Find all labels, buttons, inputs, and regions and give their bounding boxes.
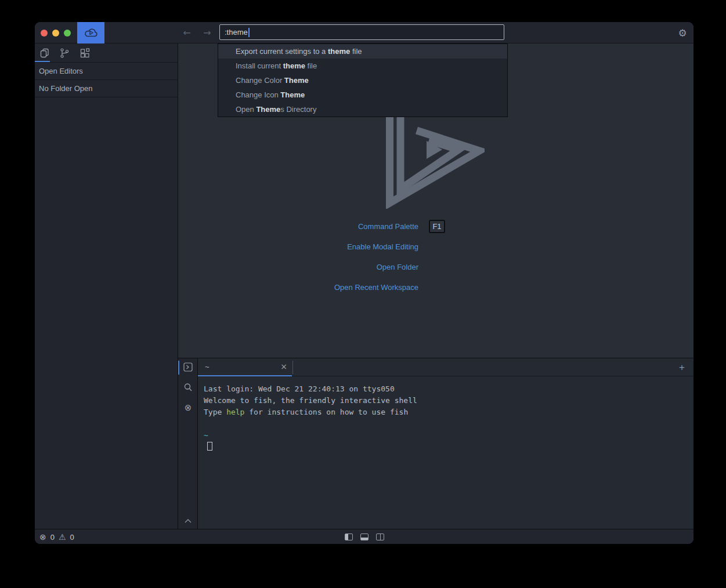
problems-panel-icon[interactable]: ⊗ [178, 399, 198, 416]
f1-key-badge: F1 [429, 220, 445, 233]
panel-toggle-group [35, 529, 694, 544]
files-icon [40, 48, 50, 58]
palette-item-install-theme[interactable]: Install current theme file [218, 59, 507, 73]
tab-plugins[interactable] [75, 43, 95, 63]
palette-item-open-themes-directory[interactable]: Open Themes Directory [218, 102, 507, 117]
command-palette-input[interactable]: :theme [219, 24, 504, 40]
collapse-panel-chevron-icon[interactable] [178, 512, 198, 529]
terminal-output[interactable]: Last login: Wed Dec 21 22:40:13 on ttys0… [204, 383, 417, 453]
welcome-links: Command Palette Enable Modal Editing Ope… [178, 216, 418, 297]
lapce-logo [385, 104, 485, 209]
warning-count: 0 [70, 533, 74, 542]
close-terminal-tab-icon[interactable]: × [280, 358, 287, 375]
left-panel-fill [345, 534, 348, 540]
zoom-window-button[interactable] [64, 30, 71, 37]
search-panel-icon[interactable] [178, 379, 198, 396]
toggle-right-panel-icon[interactable] [376, 533, 384, 540]
tab-file-explorer[interactable] [35, 43, 55, 63]
open-editors-section[interactable]: Open Editors [35, 63, 178, 80]
error-circle-icon: ⊗ [39, 532, 46, 542]
terminal-line [204, 418, 417, 430]
terminal-prompt-line [204, 441, 417, 453]
no-folder-open-section[interactable]: No Folder Open [35, 80, 178, 97]
right-panel-divider [380, 534, 381, 540]
open-folder-link[interactable]: Open Folder [178, 257, 418, 277]
new-terminal-button[interactable]: + [676, 358, 688, 376]
close-window-button[interactable] [41, 30, 48, 37]
extensions-grid-icon [80, 48, 90, 58]
active-terminal-tab-indicator [198, 375, 292, 376]
command-palette-link[interactable]: Command Palette [178, 216, 418, 237]
terminal-panel: ⊗ ~ × + Last login: Wed Dec 21 22:40:13 … [178, 358, 694, 529]
palette-item-export-theme[interactable]: Export current settings to a theme file [218, 44, 507, 59]
terminal-tab-title: ~ [205, 358, 210, 375]
terminal-line: Type help for instructions on how to use… [204, 406, 417, 418]
terminal-tab-bar: ~ × + [198, 358, 694, 376]
terminal-panel-icon[interactable] [178, 358, 198, 376]
bottom-panel-fill [361, 538, 368, 540]
cloud-play-icon [83, 27, 99, 39]
terminal-line: Last login: Wed Dec 21 22:40:13 on ttys0… [204, 383, 417, 395]
sidebar-tab-bar [35, 43, 178, 63]
source-control-branch-icon [60, 48, 69, 58]
command-palette-dropdown: Export current settings to a theme file … [218, 43, 508, 117]
tab-divider [292, 361, 293, 374]
remote-connection-button[interactable] [77, 22, 104, 43]
tab-source-control[interactable] [55, 43, 74, 63]
sidebar: Open Editors No Folder Open [35, 43, 178, 529]
active-tab-indicator [35, 61, 50, 62]
status-bar: ⊗ 0 ⚠ 0 [35, 529, 694, 544]
enable-modal-editing-link[interactable]: Enable Modal Editing [178, 237, 418, 257]
problems-status[interactable]: ⊗ 0 ⚠ 0 [39, 529, 74, 544]
app-window: ← → :theme ⚙ Export current settings to … [35, 22, 694, 544]
warning-triangle-icon: ⚠ [59, 532, 66, 542]
settings-gear-icon[interactable]: ⚙ [676, 22, 689, 43]
terminal-tab[interactable]: ~ × [198, 358, 292, 376]
titlebar: ← → :theme ⚙ [35, 22, 694, 43]
palette-item-change-color-theme[interactable]: Change Color Theme [218, 73, 507, 88]
back-arrow-button[interactable]: ← [180, 22, 194, 43]
terminal-cwd: ~ [204, 430, 417, 441]
palette-input-value: :theme [225, 28, 248, 37]
forward-arrow-button[interactable]: → [200, 22, 214, 43]
open-recent-workspace-link[interactable]: Open Recent Workspace [178, 277, 418, 297]
text-caret [248, 28, 250, 37]
toggle-bottom-panel-icon[interactable] [360, 533, 369, 540]
palette-item-change-icon-theme[interactable]: Change Icon Theme [218, 88, 507, 102]
minimize-window-button[interactable] [52, 30, 59, 37]
terminal-cursor [207, 442, 212, 451]
terminal-line: Welcome to fish, the friendly interactiv… [204, 395, 417, 406]
error-count: 0 [50, 533, 55, 542]
toggle-left-panel-icon[interactable] [345, 533, 353, 540]
panel-icon-strip: ⊗ [178, 358, 198, 529]
